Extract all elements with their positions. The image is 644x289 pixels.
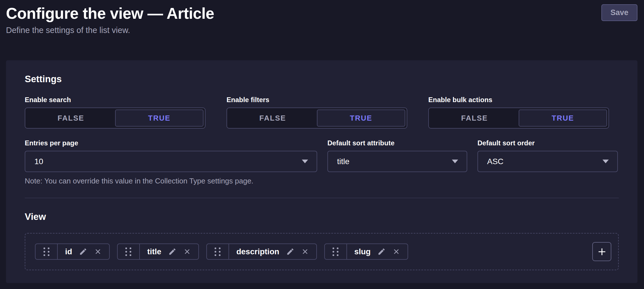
enable-filters-true-option[interactable]: TRUE xyxy=(317,110,405,127)
settings-heading: Settings xyxy=(25,73,619,85)
entries-per-page-note: Note: You can override this value in the… xyxy=(25,176,619,186)
field-chip-label: id xyxy=(65,247,72,256)
enable-bulk-actions-label: Enable bulk actions xyxy=(428,96,609,104)
enable-filters-field: Enable filters FALSE TRUE xyxy=(227,96,407,129)
close-icon[interactable] xyxy=(94,248,102,255)
save-button[interactable]: Save xyxy=(601,4,637,21)
default-sort-attribute-field: Default sort attribute title xyxy=(327,139,467,172)
page-header: Configure the view — Article Define the … xyxy=(0,0,644,60)
drag-handle-icon[interactable] xyxy=(118,244,140,259)
enable-search-toggle: FALSE TRUE xyxy=(25,108,205,129)
toggles-row: Enable search FALSE TRUE Enable filters … xyxy=(25,96,619,129)
enable-filters-toggle: FALSE TRUE xyxy=(227,108,407,129)
drag-handle-icon[interactable] xyxy=(207,244,229,259)
enable-filters-false-option[interactable]: FALSE xyxy=(228,110,317,127)
section-divider xyxy=(25,198,619,198)
field-chip-id: id xyxy=(35,243,110,260)
add-field-button[interactable] xyxy=(592,242,611,261)
field-chip-slug: slug xyxy=(324,243,408,260)
edit-pencil-icon[interactable] xyxy=(377,247,386,256)
close-icon[interactable] xyxy=(301,248,309,255)
view-heading: View xyxy=(25,211,619,222)
enable-search-false-option[interactable]: FALSE xyxy=(27,110,115,127)
chevron-down-icon xyxy=(452,160,458,163)
default-sort-attribute-select[interactable]: title xyxy=(327,151,467,172)
drag-handle-icon[interactable] xyxy=(36,244,58,259)
entries-per-page-select[interactable]: 10 xyxy=(25,151,317,172)
enable-filters-label: Enable filters xyxy=(227,96,407,104)
chevron-down-icon xyxy=(603,160,609,163)
edit-pencil-icon[interactable] xyxy=(286,247,294,256)
default-sort-order-value: ASC xyxy=(487,157,504,166)
enable-bulk-actions-field: Enable bulk actions FALSE TRUE xyxy=(428,96,609,129)
close-icon[interactable] xyxy=(183,248,191,255)
chevron-down-icon xyxy=(302,160,308,163)
enable-search-true-option[interactable]: TRUE xyxy=(115,110,203,127)
selects-row: Entries per page 10 Default sort attribu… xyxy=(25,139,619,172)
page-title: Configure the view — Article xyxy=(6,5,637,22)
settings-card: Settings Enable search FALSE TRUE Enable… xyxy=(6,60,637,283)
drag-handle-icon[interactable] xyxy=(325,244,347,259)
plus-icon xyxy=(597,246,607,257)
enable-search-label: Enable search xyxy=(25,96,205,104)
field-chip-description: description xyxy=(206,243,317,260)
default-sort-order-field: Default sort order ASC xyxy=(477,139,618,172)
field-chip-label: slug xyxy=(354,247,371,256)
field-chip-label: description xyxy=(236,247,279,256)
field-chip-label: title xyxy=(147,247,161,256)
default-sort-attribute-label: Default sort attribute xyxy=(327,139,467,147)
field-chip-title: title xyxy=(117,243,199,260)
entries-per-page-label: Entries per page xyxy=(25,139,317,147)
enable-bulk-actions-false-option[interactable]: FALSE xyxy=(430,110,519,127)
edit-pencil-icon[interactable] xyxy=(79,247,87,256)
close-icon[interactable] xyxy=(392,248,400,255)
enable-search-field: Enable search FALSE TRUE xyxy=(25,96,205,129)
page-subtitle: Define the settings of the list view. xyxy=(6,25,637,35)
displayed-fields-dropzone: id title xyxy=(25,233,619,270)
enable-bulk-actions-true-option[interactable]: TRUE xyxy=(519,110,607,127)
entries-per-page-value: 10 xyxy=(34,157,43,166)
default-sort-attribute-value: title xyxy=(337,157,350,166)
default-sort-order-select[interactable]: ASC xyxy=(477,151,618,172)
entries-per-page-field: Entries per page 10 xyxy=(25,139,317,172)
edit-pencil-icon[interactable] xyxy=(168,247,176,256)
enable-bulk-actions-toggle: FALSE TRUE xyxy=(428,108,609,129)
default-sort-order-label: Default sort order xyxy=(477,139,618,147)
